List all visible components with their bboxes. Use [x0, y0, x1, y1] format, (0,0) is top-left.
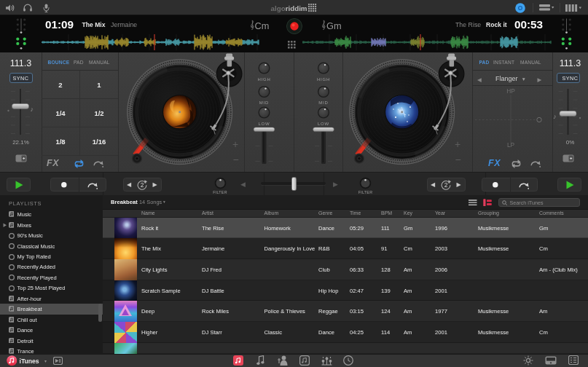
svg-text:MID: MID — [318, 100, 328, 105]
svg-text:MID: MID — [259, 100, 269, 105]
svg-text:LOW: LOW — [318, 122, 329, 126]
svg-text:♪: ♪ — [31, 106, 34, 113]
svg-text:2: 2 — [444, 181, 447, 189]
svg-text:HIGH: HIGH — [317, 77, 330, 82]
svg-text:LOW: LOW — [258, 122, 270, 126]
svg-text:♪: ♪ — [553, 113, 557, 120]
svg-text:HIGH: HIGH — [257, 77, 270, 82]
svg-text:2: 2 — [140, 181, 144, 189]
